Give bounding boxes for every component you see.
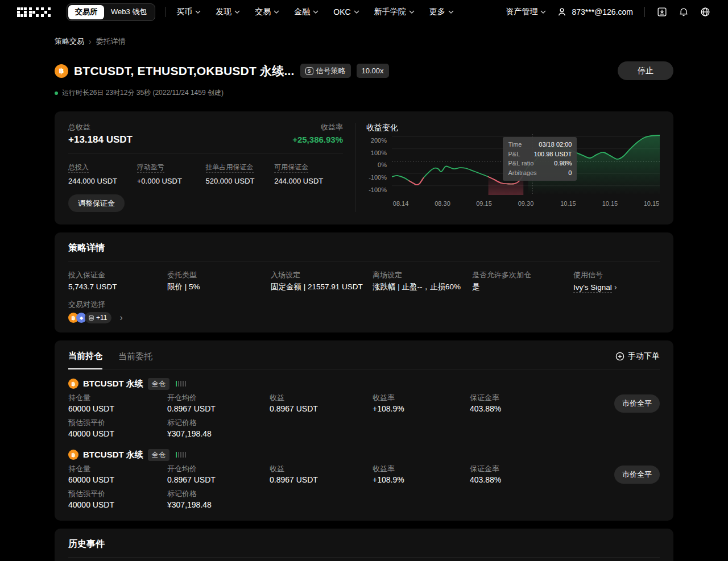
cell-value: 40000 USDT [68, 500, 167, 509]
tab-current-positions[interactable]: 当前持仓 [68, 351, 102, 369]
pairs-row: ฿ ◆ +11 › [68, 312, 660, 323]
tab-current-orders[interactable]: 当前委托 [118, 351, 152, 369]
nav-item-more[interactable]: 更多 [429, 7, 454, 17]
download-app-icon[interactable] [656, 6, 668, 18]
globe-icon[interactable] [700, 6, 711, 18]
pnl-ratio-label: 收益率 [321, 123, 343, 131]
nav-item-label: 新手学院 [374, 7, 406, 17]
stat-available-margin: 可用保证金 244.000 USDT [274, 161, 343, 185]
nav-item-academy[interactable]: 新手学院 [374, 7, 415, 17]
chevron-down-icon [313, 10, 318, 14]
margin-mode-badge: 全仓 [148, 378, 169, 390]
btc-icon: ฿ [68, 450, 78, 460]
margin-mode-badge: 全仓 [148, 449, 169, 461]
adjust-margin-button[interactable]: 调整保证金 [68, 194, 125, 212]
close-position-button[interactable]: 市价全平 [614, 466, 660, 484]
cell-position-size: 持仓量 60000 USDT [68, 393, 167, 413]
nav-item-okc[interactable]: OKC [333, 7, 359, 16]
nav-item-assets[interactable]: 资产管理 [506, 7, 546, 17]
okx-logo-letter [17, 7, 27, 17]
chart-tooltip: Time03/18 02:00 P&L100.98 USDT P&L ratio… [503, 137, 577, 181]
chart-plot[interactable]: Time03/18 02:00 P&L100.98 USDT P&L ratio… [392, 134, 660, 195]
field-label: 使用信号 [573, 271, 660, 279]
chevron-right-icon[interactable]: › [119, 313, 122, 323]
y-tick: -100% [369, 187, 387, 193]
nav-right: 资产管理 873***@126.com [506, 6, 711, 18]
nav-divider [644, 7, 645, 17]
stat-label: 总投入 [68, 164, 89, 173]
page-title: BTCUSDT, ETHUSDT,OKBUSDT 永续... [74, 63, 295, 79]
chevron-down-icon [540, 10, 546, 14]
stop-button[interactable]: 停止 [618, 61, 673, 80]
stat-floating-pnl: 浮动盈亏 +0.000 USDT [137, 161, 206, 185]
cell-label: 预估强平价 [68, 418, 167, 427]
signal-link-text[interactable]: Ivy's Signal [573, 283, 612, 293]
account-menu[interactable]: 873***@126.com [556, 6, 633, 18]
tooltip-label: P&L ratio [508, 160, 533, 167]
signal-link[interactable]: Ivy's Signal › [573, 282, 660, 292]
tooltip-label: Time [508, 141, 522, 148]
cell-pnl-ratio: 收益率 +108.9% [373, 393, 470, 413]
y-tick: -100% [369, 174, 387, 181]
coin-stack-icon [88, 315, 94, 321]
history-title: 历史事件 [68, 539, 660, 549]
breadcrumb-strategy-trading[interactable]: 策略交易 [55, 36, 84, 47]
cell-label: 持仓量 [68, 393, 167, 402]
btc-icon: ฿ [68, 379, 78, 389]
tooltip-value: 0.98% [554, 160, 572, 167]
history-panel: 历史事件 事件 时间 状态 详情 操作 [55, 529, 673, 561]
nav-item-label: 金融 [294, 7, 310, 17]
cell-label: 收益率 [373, 393, 470, 402]
chevron-down-icon [195, 10, 201, 14]
stat-label: 可用保证金 [274, 164, 308, 173]
pnl-chart: 收益变化 200% 100% 0% -100% -100% Time03/18 … [356, 123, 660, 212]
toggle-exchange[interactable]: 交易所 [68, 5, 104, 19]
nav-item-label: 更多 [429, 7, 445, 17]
cell-value: 0.8967 USDT [167, 475, 270, 484]
x-tick: 10.15 [644, 200, 660, 207]
bell-icon[interactable] [678, 6, 689, 18]
cell-label: 开仓均价 [167, 393, 270, 402]
cell-label: 开仓均价 [167, 464, 270, 473]
chart-y-axis: 200% 100% 0% -100% -100% [366, 134, 392, 195]
toggle-web3-wallet[interactable]: Web3 钱包 [104, 5, 154, 19]
x-tick: 09.30 [518, 200, 534, 207]
field-label: 离场设定 [373, 271, 472, 279]
leverage-bars-icon [176, 381, 186, 387]
field-signal: 使用信号 Ivy's Signal › [573, 271, 660, 292]
cell-value: +108.9% [373, 404, 470, 413]
tooltip-label: P&L [508, 151, 520, 158]
field-value: 5,743.7 USDT [68, 282, 167, 292]
position-header: ฿ BTCUSDT 永续 全仓 [68, 379, 660, 389]
strategy-title: 策略详情 [68, 243, 660, 253]
breadcrumb: 策略交易 › 委托详情 [55, 36, 673, 47]
product-toggle: 交易所 Web3 钱包 [67, 3, 155, 21]
account-email: 873***@126.com [572, 7, 633, 16]
tooltip-value: 100.98 USDT [534, 151, 572, 158]
cell-mark-price: 标记价格 ¥307,198.48 [167, 489, 270, 509]
cell-value: 0.8967 USDT [270, 475, 373, 484]
leverage-bars-icon [176, 452, 186, 458]
x-tick: 10.15 [602, 200, 618, 207]
close-position-button[interactable]: 市价全平 [614, 394, 660, 413]
nav-item-label: 发现 [216, 7, 231, 17]
field-label: 投入保证金 [68, 271, 167, 279]
nav-item-buy-crypto[interactable]: 买币 [176, 7, 201, 17]
x-tick: 09.15 [476, 200, 492, 207]
field-value: 涨跌幅 | 止盈--，止损60% [373, 282, 472, 292]
overview-panel: 总收益 收益率 +13.184 USDT +25,386.93% 总投入 244… [55, 111, 673, 225]
nav-item-discover[interactable]: 发现 [216, 7, 240, 17]
field-label: 是否允许多次加仓 [472, 271, 573, 279]
more-pairs-pill[interactable]: +11 [85, 312, 111, 323]
field-order-type: 委托类型 限价 | 5% [167, 271, 271, 292]
okx-logo-letter [41, 7, 51, 17]
tooltip-value: 03/18 02:00 [539, 141, 572, 148]
chart-title: 收益变化 [366, 123, 660, 132]
manual-order-button[interactable]: 手动下单 [615, 351, 660, 368]
okx-logo[interactable] [17, 7, 51, 17]
cell-value: 0.8967 USDT [167, 404, 270, 413]
nav-item-trade[interactable]: 交易 [255, 7, 279, 17]
nav-item-finance[interactable]: 金融 [294, 7, 318, 17]
field-label: 交易对选择 [68, 300, 660, 309]
cell-liq-price: 预估强平价 40000 USDT [68, 418, 167, 438]
